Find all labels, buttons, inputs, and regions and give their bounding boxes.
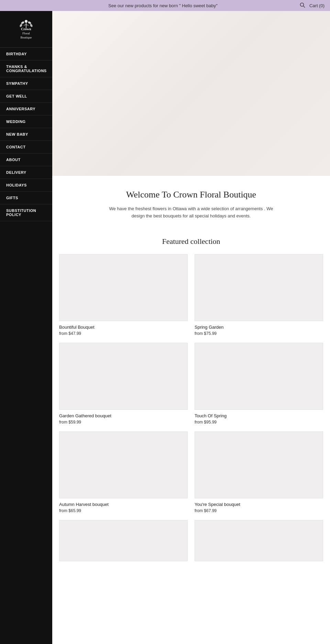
svg-text:Floral: Floral bbox=[22, 32, 30, 35]
svg-point-0 bbox=[300, 3, 304, 6]
price-from-label: from bbox=[195, 420, 203, 425]
product-card-touch-of-spring[interactable]: Touch Of Spring from $95.99 bbox=[195, 343, 323, 425]
product-image-youre-special-bouquet bbox=[195, 431, 323, 498]
hero-slideshow bbox=[52, 11, 330, 176]
product-name-spring-garden: Spring Garden bbox=[195, 325, 323, 330]
sidebar-item-wedding[interactable]: WEDDING bbox=[0, 115, 52, 128]
price-from-label: from bbox=[195, 508, 203, 513]
price-value: $67.99 bbox=[204, 508, 217, 513]
product-image-garden-gathered-bouquet bbox=[59, 343, 188, 410]
product-card-autumn-harvest-bouquet[interactable]: Autumn Harvest bouquet from $65.99 bbox=[59, 431, 188, 513]
product-price-bountiful-bouquet: from $47.99 bbox=[59, 331, 188, 336]
sidebar-item-anniversary[interactable]: ANNIVERSARY bbox=[0, 103, 52, 115]
price-value: $65.99 bbox=[68, 508, 81, 513]
price-from-label: from bbox=[59, 331, 67, 336]
svg-point-2 bbox=[25, 20, 28, 23]
product-name-garden-gathered-bouquet: Garden Gathered bouquet bbox=[59, 413, 188, 418]
sidebar-item-delivery[interactable]: DELIVERY bbox=[0, 166, 52, 179]
welcome-title: Welcome To Crown Floral Boutique bbox=[73, 190, 309, 200]
sidebar-nav: BIRTHDAY THANKS &CONGRATULATIONS SYMPATH… bbox=[0, 48, 52, 221]
cart-label[interactable]: Cart (0) bbox=[309, 3, 324, 8]
welcome-text: We have the freshest flowers in Ottawa w… bbox=[105, 205, 277, 220]
sidebar-item-contact[interactable]: CONTACT bbox=[0, 141, 52, 154]
product-card-bountiful-bouquet[interactable]: Bountiful Bouquet from $47.99 bbox=[59, 254, 188, 336]
product-image-8 bbox=[195, 520, 323, 561]
product-image-touch-of-spring bbox=[195, 343, 323, 410]
product-card-garden-gathered-bouquet[interactable]: Garden Gathered bouquet from $59.99 bbox=[59, 343, 188, 425]
product-card-8[interactable] bbox=[195, 520, 323, 565]
product-price-garden-gathered-bouquet: from $59.99 bbox=[59, 420, 188, 425]
price-value: $75.99 bbox=[204, 331, 217, 336]
price-from-label: from bbox=[195, 331, 203, 336]
svg-line-1 bbox=[303, 6, 305, 8]
svg-text:Boutique: Boutique bbox=[21, 36, 32, 39]
welcome-section: Welcome To Crown Floral Boutique We have… bbox=[52, 176, 330, 230]
sidebar-item-get-well[interactable]: GET WELL bbox=[0, 90, 52, 103]
product-name-bountiful-bouquet: Bountiful Bouquet bbox=[59, 325, 188, 330]
featured-title: Featured collection bbox=[59, 237, 323, 246]
product-price-autumn-harvest-bouquet: from $65.99 bbox=[59, 508, 188, 513]
svg-text:Crown: Crown bbox=[21, 27, 31, 31]
product-card-youre-special-bouquet[interactable]: You're Special bouquet from $67.99 bbox=[195, 431, 323, 513]
sidebar-item-new-baby[interactable]: NEW BABY bbox=[0, 128, 52, 141]
product-image-7 bbox=[59, 520, 188, 561]
featured-section: Featured collection Bountiful Bouquet fr… bbox=[52, 230, 330, 578]
search-icon[interactable] bbox=[300, 2, 305, 9]
price-value: $59.99 bbox=[68, 420, 81, 425]
product-image-spring-garden bbox=[195, 254, 323, 321]
sidebar-item-holidays[interactable]: HOLIDAYS bbox=[0, 179, 52, 192]
product-name-youre-special-bouquet: You're Special bouquet bbox=[195, 502, 323, 507]
product-card-spring-garden[interactable]: Spring Garden from $75.99 bbox=[195, 254, 323, 336]
sidebar-item-sympathy[interactable]: SYMPATHY bbox=[0, 77, 52, 90]
sidebar-item-gifts[interactable]: GIFTS bbox=[0, 192, 52, 204]
banner-text: See our new products for new born " Hell… bbox=[26, 3, 300, 8]
sidebar-item-about[interactable]: ABOUT bbox=[0, 154, 52, 166]
sidebar: Crown Floral Boutique BIRTHDAY THANKS &C… bbox=[0, 11, 52, 644]
product-card-7[interactable] bbox=[59, 520, 188, 565]
price-from-label: from bbox=[59, 420, 67, 425]
product-price-youre-special-bouquet: from $67.99 bbox=[195, 508, 323, 513]
price-value: $95.99 bbox=[204, 420, 217, 425]
product-name-touch-of-spring: Touch Of Spring bbox=[195, 413, 323, 418]
top-banner: See our new products for new born " Hell… bbox=[0, 0, 330, 11]
product-image-bountiful-bouquet bbox=[59, 254, 188, 321]
product-image-autumn-harvest-bouquet bbox=[59, 431, 188, 498]
sidebar-item-birthday[interactable]: BIRTHDAY bbox=[0, 48, 52, 60]
sidebar-item-substitution-policy[interactable]: SUBSTITUTION POLICY bbox=[0, 204, 52, 221]
sidebar-item-thanks-congratulations[interactable]: THANKS &CONGRATULATIONS bbox=[0, 60, 52, 77]
product-grid: Bountiful Bouquet from $47.99 Spring Gar… bbox=[59, 254, 323, 565]
product-price-touch-of-spring: from $95.99 bbox=[195, 420, 323, 425]
product-name-autumn-harvest-bouquet: Autumn Harvest bouquet bbox=[59, 502, 188, 507]
logo[interactable]: Crown Floral Boutique bbox=[0, 11, 52, 48]
product-price-spring-garden: from $75.99 bbox=[195, 331, 323, 336]
price-from-label: from bbox=[59, 508, 67, 513]
main-content: Welcome To Crown Floral Boutique We have… bbox=[52, 11, 330, 644]
price-value: $47.99 bbox=[68, 331, 81, 336]
